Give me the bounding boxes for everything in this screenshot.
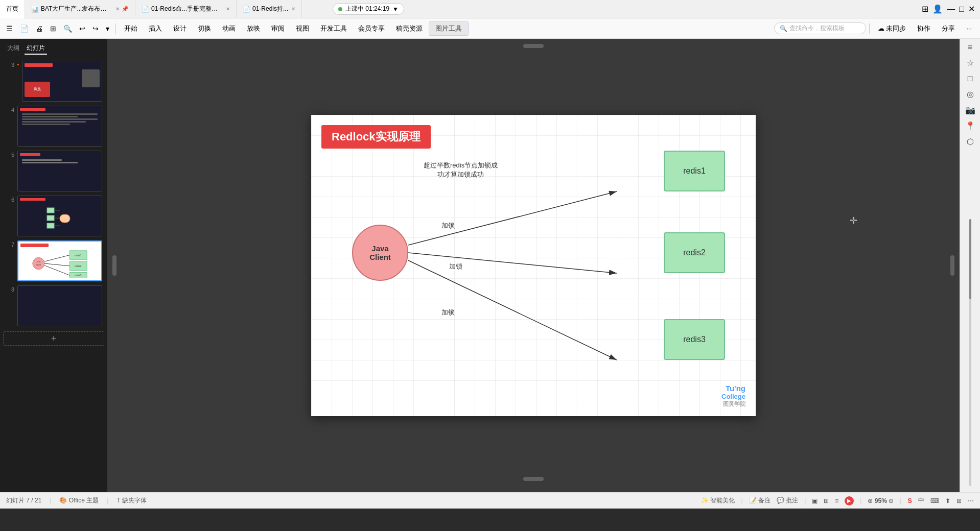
tab-redis1[interactable]: 📄 01-Redis命...手册完整版.pdf ✕: [135, 0, 237, 18]
tab-slides[interactable]: 幻灯片: [25, 43, 47, 55]
menu-img-tools[interactable]: 图片工具: [429, 21, 469, 36]
menu-zoom-icon[interactable]: 🔍: [60, 22, 75, 35]
redo-btn[interactable]: ↪: [89, 22, 102, 35]
view-outline-btn[interactable]: ≡: [835, 497, 838, 504]
menu-design[interactable]: 设计: [168, 22, 192, 35]
layout-icon[interactable]: ⊞: [922, 4, 928, 14]
menu-insert[interactable]: 插入: [144, 22, 167, 35]
slide-num-8: 8: [5, 286, 14, 293]
menu-hamburger-icon[interactable]: ☰: [3, 22, 16, 35]
slide-thumb-3[interactable]: 3 凤凰: [3, 60, 104, 103]
recording-dropdown[interactable]: ▼: [392, 6, 399, 13]
slide-preview-4[interactable]: [17, 106, 102, 147]
svg-text:redis2: redis2: [75, 265, 81, 268]
panel-icon-4[interactable]: ◎: [967, 89, 974, 99]
menu-vip[interactable]: 会员专享: [353, 22, 390, 35]
menu-sync[interactable]: ☁ 未同步: [873, 22, 912, 35]
review-btn[interactable]: 💬 批注: [777, 496, 798, 505]
tab-redis2[interactable]: 📄 01-Redis持... ✕: [237, 0, 302, 18]
menu-animation[interactable]: 动画: [217, 22, 241, 35]
slide-thumb-5[interactable]: 5: [3, 150, 104, 192]
view-normal-btn[interactable]: ▣: [812, 497, 818, 504]
tab-home[interactable]: 首页: [0, 0, 25, 18]
menu-share[interactable]: 分享: [937, 22, 960, 35]
notes-btn[interactable]: 📝 备注: [749, 496, 771, 505]
annotation-text: 超过半数redis节点加锁成功才算加锁成功: [424, 161, 498, 179]
bottom-resize-handle[interactable]: [523, 477, 544, 481]
slide-thumb-6[interactable]: 6: [3, 195, 104, 237]
sidebar-tabs: 大纲 幻灯片: [3, 43, 104, 58]
panel-icon-6[interactable]: 📍: [965, 121, 975, 131]
menu-start[interactable]: 开始: [119, 22, 143, 35]
svg-line-20: [408, 191, 617, 245]
panel-icon-2[interactable]: ☆: [967, 58, 974, 68]
panel-icon-7[interactable]: ⬡: [967, 137, 974, 147]
slide-thumb-8[interactable]: 8: [3, 284, 104, 327]
tab-outline[interactable]: 大纲: [5, 43, 21, 55]
menu-transition[interactable]: 切换: [193, 22, 216, 35]
keyboard-icon[interactable]: ⌨: [930, 497, 939, 504]
missing-font[interactable]: T 缺失字体: [116, 496, 146, 505]
table-icon[interactable]: ⊞: [956, 497, 962, 504]
tab-bat-close[interactable]: ✕: [115, 6, 120, 12]
tab-bat[interactable]: 📊 BAT大厂生产...发布布线实战 ✕ 📌: [25, 0, 135, 18]
zoom-in-btn[interactable]: ⊕: [868, 497, 873, 504]
right-scrollbar[interactable]: [969, 219, 971, 486]
tab-redis1-close[interactable]: ✕: [226, 6, 230, 12]
play-btn[interactable]: ▶: [845, 496, 854, 505]
tab-bat-pin: 📌: [122, 6, 129, 12]
redo-dropdown[interactable]: ▾: [103, 22, 112, 35]
slide-count: 幻灯片 7 / 21: [6, 496, 41, 505]
scrollbar-thumb[interactable]: [969, 219, 971, 299]
menu-more[interactable]: ···: [961, 22, 977, 34]
slide-preview-3[interactable]: 凤凰: [22, 61, 102, 102]
slide-thumb-4[interactable]: 4: [3, 105, 104, 148]
menu-view[interactable]: 视图: [291, 22, 314, 35]
lang-cn[interactable]: 中: [918, 496, 924, 505]
window-controls: ⊞ 👤 — □ ✕: [922, 4, 980, 14]
zoom-out-btn[interactable]: ⊖: [889, 497, 894, 504]
slide-preview-8[interactable]: [17, 285, 102, 326]
svg-line-17: [44, 263, 69, 266]
menu-file-icon[interactable]: 📄: [17, 22, 32, 35]
panel-icon-3[interactable]: □: [968, 74, 973, 83]
slide-preview-6[interactable]: [17, 196, 102, 236]
right-resize-handle[interactable]: [950, 255, 954, 276]
panel-icon-5[interactable]: 📷: [965, 105, 975, 115]
svg-text:Client: Client: [36, 264, 41, 266]
svg-text:Java: Java: [36, 261, 41, 263]
smart-beautify-btn[interactable]: ✨ 智能美化: [701, 496, 735, 505]
menu-review[interactable]: 审阅: [266, 22, 290, 35]
slide-preview-5[interactable]: [17, 151, 102, 191]
slide-thumb-7[interactable]: 7 Java Client redis1 redis2 redis3: [3, 239, 104, 282]
top-resize-handle[interactable]: [523, 44, 544, 48]
recording-badge[interactable]: 上课中 01:24:19 ▼: [333, 3, 404, 15]
slide-num-3: 3: [5, 62, 14, 68]
slides-sidebar: 大纲 幻灯片 3 凤凰 4: [0, 39, 107, 492]
slide-preview-7[interactable]: Java Client redis1 redis2 redis3: [17, 240, 102, 281]
menu-print-icon[interactable]: 🖨: [33, 22, 46, 35]
diagram: Java Client redis1 redis2 redis3 超过半数red…: [337, 146, 735, 406]
menu-templates[interactable]: 稿壳资源: [391, 22, 428, 35]
menu-collab[interactable]: 协作: [912, 22, 936, 35]
svg-text:redis1: redis1: [75, 254, 81, 257]
add-slide-btn[interactable]: +: [3, 331, 104, 346]
menu-dev[interactable]: 开发工具: [315, 22, 352, 35]
user-avatar[interactable]: 👤: [932, 4, 943, 14]
maximize-btn[interactable]: □: [959, 5, 964, 14]
minimize-btn[interactable]: —: [947, 5, 955, 14]
zoom-level: ⊕ 95% ⊖: [868, 497, 894, 504]
svg-line-22: [408, 260, 617, 360]
undo-btn[interactable]: ↩: [76, 22, 88, 35]
svg-rect-6: [60, 214, 70, 223]
menu-grid-icon[interactable]: ⊞: [47, 22, 59, 35]
view-grid-btn[interactable]: ⊞: [824, 497, 829, 504]
close-btn[interactable]: ✕: [968, 4, 975, 14]
menu-present[interactable]: 放映: [242, 22, 265, 35]
more-icon[interactable]: ⋯: [968, 497, 974, 504]
tab-redis2-close[interactable]: ✕: [291, 6, 295, 12]
input-icon[interactable]: ⬆: [945, 497, 950, 504]
search-box[interactable]: 🔍 查找命令，搜索模板: [774, 22, 866, 34]
left-resize-handle[interactable]: [112, 255, 116, 276]
panel-icon-1[interactable]: ≡: [968, 43, 972, 52]
